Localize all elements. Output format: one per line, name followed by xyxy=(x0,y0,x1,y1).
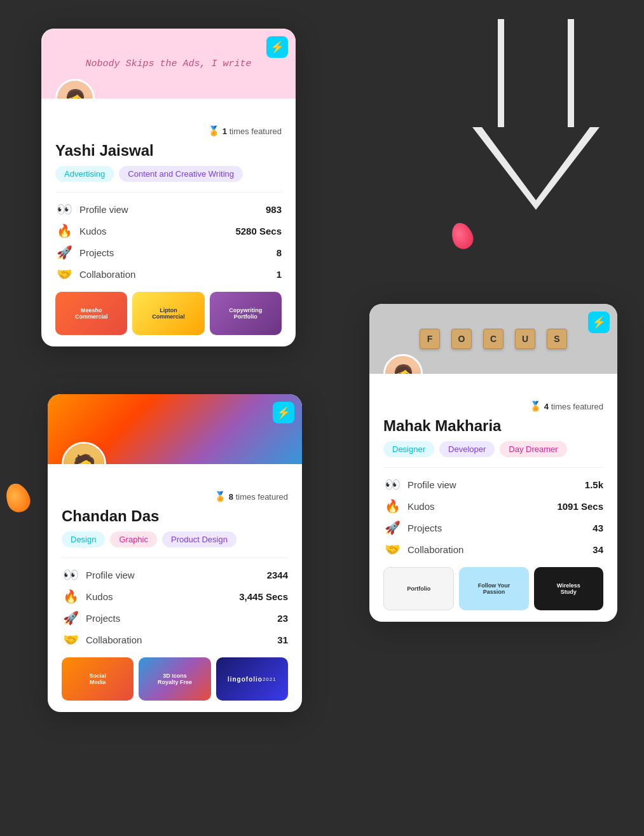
chandan-tags: Design Graphic Product Design xyxy=(62,531,288,547)
yashi-avatar-face: 👩 xyxy=(57,81,93,99)
mahak-avatar-face: 👩 xyxy=(385,356,421,374)
scrabble-focus: F O C U S xyxy=(420,329,567,349)
mahak-banner: F O C U S ⚡ 👩 xyxy=(369,304,617,374)
thumb-social-media[interactable]: SocialMedia xyxy=(62,657,134,701)
tile-f: F xyxy=(420,329,440,349)
chandan-featured: 🏅 8 times featured xyxy=(62,464,288,507)
chandan-stats: 👀 Profile view 2344 🔥 Kudos 3,445 Secs 🚀… xyxy=(62,567,288,647)
mahak-thumbnails: Portfolio Follow YourPassion WirelessStu… xyxy=(383,567,603,610)
tag-graphic[interactable]: Graphic xyxy=(110,531,157,547)
decorative-dot-pink xyxy=(448,220,476,252)
chandan-stat-projects: 🚀 Projects 23 xyxy=(62,610,288,626)
card-mahak: F O C U S ⚡ 👩 🏅 4 times featured Mahak M… xyxy=(369,304,617,622)
thumb-portfolio[interactable]: Portfolio xyxy=(383,567,454,610)
chandan-avatar: 🧑 xyxy=(62,442,106,464)
tag-developer[interactable]: Developer xyxy=(439,441,495,457)
tag-product-design[interactable]: Product Design xyxy=(162,531,236,547)
decorative-dot-orange xyxy=(2,480,34,516)
yashi-stats: 👀 Profile view 983 🔥 Kudos 5280 Secs 🚀 P… xyxy=(55,202,282,282)
tag-content-writing[interactable]: Content and Creative Writing xyxy=(119,166,243,182)
stat-collaboration: 🤝 Collaboration 1 xyxy=(55,266,282,282)
chandan-stat-kudos: 🔥 Kudos 3,445 Secs xyxy=(62,589,288,604)
yashi-avatar: 👩 xyxy=(55,79,95,99)
thumb-lipton[interactable]: LiptonCommercial xyxy=(132,292,204,335)
mahak-stats: 👀 Profile view 1.5k 🔥 Kudos 1091 Secs 🚀 … xyxy=(383,477,603,557)
mahak-avatar: 👩 xyxy=(383,354,423,374)
chandan-card-body: 🏅 8 times featured Chandan Das Design Gr… xyxy=(48,464,302,712)
thumb-follow-passion[interactable]: Follow YourPassion xyxy=(459,567,528,610)
thumb-wireless[interactable]: WirelessStudy xyxy=(534,567,603,610)
tag-advertising[interactable]: Advertising xyxy=(55,166,114,182)
mahak-stat-profile-view: 👀 Profile view 1.5k xyxy=(383,477,603,492)
mahak-stat-projects: 🚀 Projects 43 xyxy=(383,520,603,535)
card-chandan: ⚡ 🧑 🏅 8 times featured Chandan Das Desig… xyxy=(48,394,302,712)
yashi-lightning: ⚡ xyxy=(266,36,288,58)
yashi-tags: Advertising Content and Creative Writing xyxy=(55,166,282,182)
arrow-decoration xyxy=(466,13,606,216)
stat-profile-view: 👀 Profile view 983 xyxy=(55,202,282,217)
mahak-name: Mahak Makharia xyxy=(383,417,603,435)
chandan-banner: ⚡ 🧑 xyxy=(48,394,302,464)
yashi-card-body: 🏅 1 times featured Yashi Jaiswal Adverti… xyxy=(41,99,296,346)
chandan-stat-collaboration: 🤝 Collaboration 31 xyxy=(62,632,288,647)
mahak-tags: Designer Developer Day Dreamer xyxy=(383,441,603,457)
chandan-thumbnails: SocialMedia 3D IconsRoyalty Free lingofo… xyxy=(62,657,288,701)
tile-c: C xyxy=(483,329,504,349)
chandan-name: Chandan Das xyxy=(62,507,288,525)
stat-kudos: 🔥 Kudos 5280 Secs xyxy=(55,223,282,238)
tile-s: S xyxy=(547,329,567,349)
mahak-card-body: 🏅 4 times featured Mahak Makharia Design… xyxy=(369,374,617,622)
tile-o: O xyxy=(451,329,472,349)
yashi-thumbnails: MeeshoCommercial LiptonCommercial Copywr… xyxy=(55,292,282,335)
tag-designer[interactable]: Designer xyxy=(383,441,434,457)
chandan-avatar-face: 🧑 xyxy=(64,444,104,464)
tag-day-dreamer[interactable]: Day Dreamer xyxy=(500,441,566,457)
thumb-3d-icons[interactable]: 3D IconsRoyalty Free xyxy=(139,657,210,701)
stat-projects: 🚀 Projects 8 xyxy=(55,245,282,260)
card-yashi: Nobody Skips the Ads, I write ⚡ 👩 🏅 1 ti… xyxy=(41,29,296,346)
yashi-banner-text: Nobody Skips the Ads, I write xyxy=(85,58,251,69)
yashi-banner: Nobody Skips the Ads, I write ⚡ 👩 xyxy=(41,29,296,99)
tile-u: U xyxy=(515,329,535,349)
thumb-copywriting[interactable]: CopywritingPortfolio xyxy=(210,292,282,335)
tag-design[interactable]: Design xyxy=(62,531,105,547)
yashi-featured: 🏅 1 times featured xyxy=(55,99,282,142)
mahak-lightning: ⚡ xyxy=(588,312,610,333)
chandan-lightning: ⚡ xyxy=(273,402,294,423)
thumb-lingofolio[interactable]: lingofolio2021 xyxy=(216,657,288,701)
mahak-stat-kudos: 🔥 Kudos 1091 Secs xyxy=(383,498,603,514)
mahak-stat-collaboration: 🤝 Collaboration 34 xyxy=(383,542,603,557)
thumb-meesho[interactable]: MeeshoCommercial xyxy=(55,292,127,335)
chandan-stat-profile-view: 👀 Profile view 2344 xyxy=(62,567,288,582)
yashi-name: Yashi Jaiswal xyxy=(55,142,282,160)
mahak-featured: 🏅 4 times featured xyxy=(383,374,603,417)
